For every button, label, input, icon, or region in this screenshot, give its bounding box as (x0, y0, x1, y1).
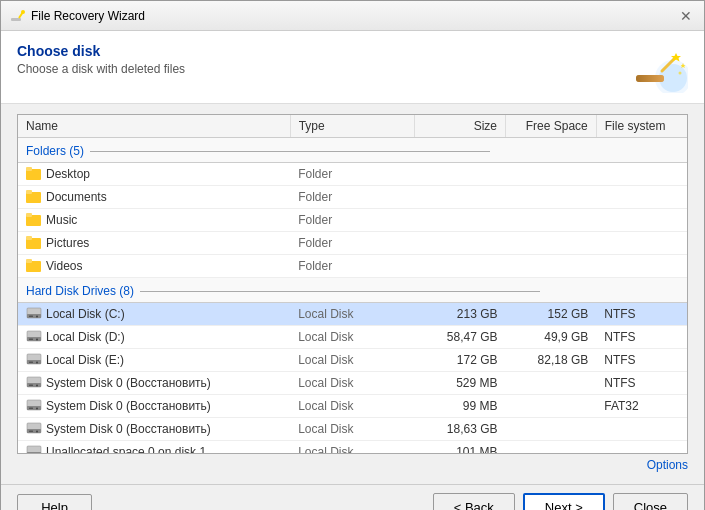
group-label: Folders (5) (26, 144, 84, 158)
item-name: Pictures (46, 236, 89, 250)
content: Name Type Size Free Space File system Fo… (1, 104, 704, 484)
group-header: Folders (5) (18, 138, 687, 163)
help-button[interactable]: Help (17, 494, 92, 510)
options-link[interactable]: Options (647, 458, 688, 472)
svg-rect-39 (29, 408, 33, 410)
close-button[interactable]: ✕ (676, 6, 696, 26)
item-name: System Disk 0 (Восстановить) (46, 399, 211, 413)
item-free-space (506, 163, 597, 186)
table-row[interactable]: DocumentsFolder (18, 186, 687, 209)
table-row[interactable]: Unallocated space 0 on disk 1Local Disk1… (18, 441, 687, 455)
folder-icon (26, 166, 42, 182)
item-free-space (506, 395, 597, 418)
svg-rect-0 (11, 18, 21, 21)
item-size: 172 GB (415, 349, 506, 372)
item-filesystem (596, 255, 687, 278)
table-row[interactable]: VideosFolder (18, 255, 687, 278)
table-row[interactable]: System Disk 0 (Восстановить)Local Disk18… (18, 418, 687, 441)
item-filesystem (596, 441, 687, 455)
item-type: Local Disk (290, 349, 415, 372)
item-type: Folder (290, 232, 415, 255)
table-row[interactable]: MusicFolder (18, 209, 687, 232)
item-size: 213 GB (415, 303, 506, 326)
window: File Recovery Wizard ✕ Choose disk Choos… (0, 0, 705, 510)
disk-icon (26, 306, 42, 322)
item-filesystem (596, 186, 687, 209)
col-free: Free Space (506, 115, 597, 138)
table-row[interactable]: Local Disk (E:)Local Disk172 GB82,18 GBN… (18, 349, 687, 372)
svg-rect-14 (26, 190, 32, 194)
disk-icon (26, 352, 42, 368)
svg-rect-35 (29, 385, 33, 387)
item-size: 101 MB (415, 441, 506, 455)
item-type: Local Disk (290, 441, 415, 455)
col-type: Type (290, 115, 415, 138)
svg-rect-6 (636, 75, 664, 82)
item-size (415, 255, 506, 278)
item-filesystem: NTFS (596, 349, 687, 372)
wizard-icon (628, 43, 688, 93)
item-size: 529 MB (415, 372, 506, 395)
item-size (415, 163, 506, 186)
header-text: Choose disk Choose a disk with deleted f… (17, 43, 185, 76)
item-free-space (506, 372, 597, 395)
item-filesystem (596, 418, 687, 441)
svg-point-10 (679, 72, 682, 75)
svg-rect-16 (26, 213, 32, 217)
item-filesystem: NTFS (596, 303, 687, 326)
item-filesystem: NTFS (596, 326, 687, 349)
window-title: File Recovery Wizard (31, 9, 145, 23)
disk-icon (26, 329, 42, 345)
item-filesystem (596, 209, 687, 232)
item-size (415, 232, 506, 255)
item-name: System Disk 0 (Восстановить) (46, 422, 211, 436)
table-row[interactable]: System Disk 0 (Восстановить)Local Disk99… (18, 395, 687, 418)
svg-rect-20 (26, 259, 32, 263)
table-row[interactable]: DesktopFolder (18, 163, 687, 186)
item-name: Music (46, 213, 77, 227)
disk-icon (26, 444, 42, 454)
item-name: Desktop (46, 167, 90, 181)
close-button-footer[interactable]: Close (613, 493, 688, 510)
table-row[interactable]: Local Disk (C:)Local Disk213 GB152 GBNTF… (18, 303, 687, 326)
svg-rect-43 (29, 431, 33, 433)
svg-rect-31 (29, 362, 33, 364)
col-fs: File system (596, 115, 687, 138)
item-filesystem (596, 232, 687, 255)
item-free-space (506, 209, 597, 232)
table-row[interactable]: Local Disk (D:)Local Disk58,47 GB49,9 GB… (18, 326, 687, 349)
table-header: Name Type Size Free Space File system (18, 115, 687, 138)
item-filesystem (596, 163, 687, 186)
svg-rect-27 (29, 339, 33, 341)
item-free-space (506, 418, 597, 441)
item-size (415, 186, 506, 209)
footer-right: < Back Next > Close (433, 493, 688, 510)
svg-point-44 (36, 431, 38, 433)
item-type: Folder (290, 186, 415, 209)
group-label: Hard Disk Drives (8) (26, 284, 134, 298)
disk-table-container[interactable]: Name Type Size Free Space File system Fo… (17, 114, 688, 454)
item-name: Documents (46, 190, 107, 204)
back-button[interactable]: < Back (433, 493, 515, 510)
folder-icon (26, 212, 42, 228)
item-size (415, 209, 506, 232)
wizard-icon-area (628, 43, 688, 93)
folder-icon (26, 235, 42, 251)
item-name: System Disk 0 (Восстановить) (46, 376, 211, 390)
table-row[interactable]: PicturesFolder (18, 232, 687, 255)
item-type: Folder (290, 209, 415, 232)
disk-table: Name Type Size Free Space File system Fo… (18, 115, 687, 454)
svg-point-36 (36, 385, 38, 387)
folder-icon (26, 258, 42, 274)
footer-left: Help (17, 494, 92, 510)
next-button[interactable]: Next > (523, 493, 605, 510)
header: Choose disk Choose a disk with deleted f… (1, 31, 704, 104)
svg-point-28 (36, 339, 38, 341)
svg-point-2 (21, 10, 25, 14)
item-free-space (506, 441, 597, 455)
svg-point-40 (36, 408, 38, 410)
title-bar: File Recovery Wizard ✕ (1, 1, 704, 31)
table-row[interactable]: System Disk 0 (Восстановить)Local Disk52… (18, 372, 687, 395)
item-type: Local Disk (290, 372, 415, 395)
item-free-space: 82,18 GB (506, 349, 597, 372)
